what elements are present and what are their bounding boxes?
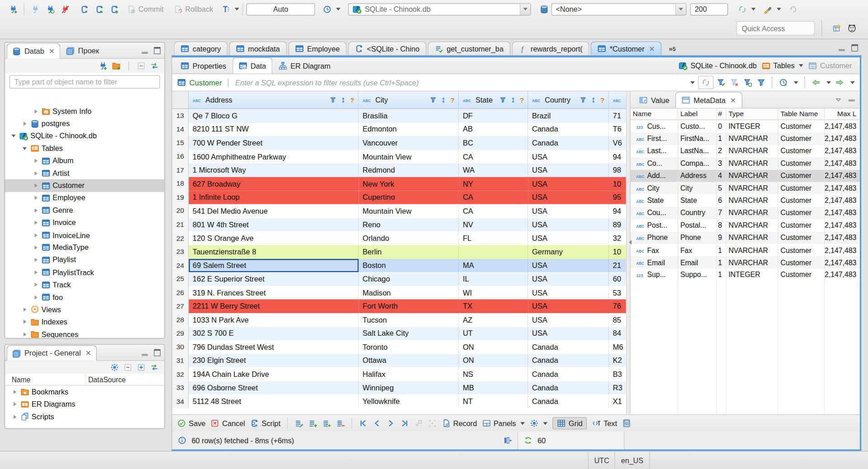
- chevron-right-icon[interactable]: [32, 108, 39, 115]
- metadata-row[interactable]: ABCFirst... FirstNa... 1 NVARCHAR Custom…: [631, 132, 860, 145]
- row-number[interactable]: 24: [172, 258, 189, 272]
- grid-cell[interactable]: ON: [459, 354, 528, 367]
- table-row[interactable]: 191 Infinite LoopCupertinoCAUSA95: [172, 191, 626, 204]
- tab-project-general[interactable]: Project - General ✕: [7, 345, 97, 361]
- grid-cell[interactable]: USA: [528, 231, 609, 245]
- minimize-icon[interactable]: [839, 48, 844, 51]
- save-filter-icon[interactable]: [743, 78, 752, 87]
- grid-cell[interactable]: CA: [459, 204, 528, 218]
- metadata-row[interactable]: ABCAdd... Address 4 NVARCHAR Customer 2,…: [631, 169, 860, 182]
- schema-dropdown[interactable]: [675, 4, 686, 14]
- row-number[interactable]: 34: [172, 395, 189, 408]
- grid-cell[interactable]: Mountain View: [359, 150, 459, 164]
- grid-cell[interactable]: ON: [459, 340, 528, 354]
- grid-cell[interactable]: 71: [609, 109, 626, 122]
- row-number[interactable]: 18: [172, 177, 189, 191]
- timezone-indicator[interactable]: UTC: [588, 451, 615, 469]
- metadata-row[interactable]: ABCFax Fax 1 NVARCHAR Customer 2,147,483: [631, 244, 860, 256]
- row-number[interactable]: 14: [172, 122, 189, 136]
- chevron-right-icon[interactable]: [20, 306, 28, 313]
- row-number[interactable]: 22: [172, 231, 189, 245]
- new-sql-editor-icon[interactable]: [107, 3, 122, 16]
- grid-cell[interactable]: WA: [459, 164, 528, 177]
- format-icon[interactable]: [760, 3, 775, 16]
- tree-item[interactable]: foo: [5, 291, 165, 303]
- grid-cell[interactable]: 541 Del Medio Avenue: [189, 204, 359, 218]
- grid-cell[interactable]: 796 Dundas Street West: [189, 340, 359, 354]
- tab-value[interactable]: Value: [633, 92, 675, 108]
- grid-cell[interactable]: Canada: [528, 122, 609, 136]
- fetch-size-input[interactable]: 200: [690, 3, 728, 15]
- row-number[interactable]: 27: [172, 300, 189, 313]
- collapse-all-icon[interactable]: [137, 61, 146, 70]
- grid-cell[interactable]: USA: [528, 177, 609, 191]
- grid-cell[interactable]: USA: [528, 327, 609, 340]
- grid-cell[interactable]: USA: [528, 191, 609, 204]
- grid-cell[interactable]: CA: [459, 150, 528, 164]
- grid-cell[interactable]: Mountain View: [359, 204, 459, 218]
- grid-cell[interactable]: MA: [459, 258, 528, 272]
- grid-cell[interactable]: Chicago: [359, 272, 459, 286]
- auto-refresh-icon[interactable]: [779, 78, 788, 87]
- chevron-right-icon[interactable]: [32, 294, 39, 301]
- metadata-row[interactable]: ABCCo... Compa... 3 NVARCHAR Customer 2,…: [631, 157, 860, 169]
- transaction-log-dropdown[interactable]: [336, 8, 340, 10]
- breadcrumb-item[interactable]: Tables: [762, 61, 803, 70]
- grid-cell[interactable]: Brasília: [359, 109, 459, 122]
- metadata-row[interactable]: ABCState State 6 NVARCHAR Customer 2,147…: [631, 194, 860, 206]
- grid-cell[interactable]: 1600 Amphitheatre Parkway: [189, 150, 359, 164]
- grid-cell[interactable]: 53: [609, 286, 626, 300]
- grid-cell[interactable]: MB: [459, 381, 528, 395]
- table-row[interactable]: 33696 Osborne StreetWinnipegMBCanadaR3: [172, 381, 626, 395]
- grid-cell[interactable]: 8210 111 ST NW: [189, 122, 359, 136]
- chevron-right-icon[interactable]: [10, 388, 18, 395]
- minimize-icon[interactable]: [849, 99, 854, 101]
- grid-cell[interactable]: 95: [609, 191, 626, 204]
- custom-filter-icon[interactable]: [757, 78, 766, 87]
- grid-cell[interactable]: V6: [609, 136, 626, 150]
- format-dropdown[interactable]: [777, 8, 781, 10]
- grid-cell[interactable]: 801 W 4th Street: [189, 218, 359, 231]
- sort-icon[interactable]: [510, 97, 517, 103]
- tree-item[interactable]: SQLite - Chinook.db: [5, 130, 165, 142]
- grid-cell[interactable]: 5112 48 Street: [189, 395, 359, 408]
- table-row[interactable]: 148210 111 ST NWEdmontonABCanadaT6: [172, 122, 626, 136]
- metadata-column-header[interactable]: Name: [631, 108, 678, 119]
- tree-item[interactable]: PlaylistTrack: [5, 266, 165, 278]
- close-icon[interactable]: ✕: [730, 96, 736, 104]
- metadata-column-header[interactable]: Max L: [825, 108, 859, 119]
- grid-cell[interactable]: Canada: [528, 354, 609, 367]
- tree-item[interactable]: Customer: [5, 179, 165, 192]
- row-number[interactable]: 25: [172, 272, 189, 286]
- new-connection-icon[interactable]: [99, 61, 108, 70]
- grid-cell[interactable]: 120 S Orange Ave: [189, 231, 359, 245]
- sql-editor-icon[interactable]: [77, 3, 92, 16]
- collapse-all-icon[interactable]: [123, 363, 132, 372]
- tree-item[interactable]: i System Info: [5, 105, 165, 117]
- grid-cell[interactable]: Boston: [359, 258, 459, 272]
- close-icon[interactable]: ✕: [49, 47, 55, 55]
- last-row-icon[interactable]: [400, 419, 409, 428]
- row-number[interactable]: 21: [172, 218, 189, 231]
- editor-tab[interactable]: get_customer_ba: [428, 42, 510, 56]
- chevron-right-icon[interactable]: [20, 120, 28, 127]
- grid-cell[interactable]: AB: [459, 122, 528, 136]
- grid-cell[interactable]: Canada: [528, 395, 609, 408]
- chevron-right-icon[interactable]: [32, 219, 39, 226]
- metadata-column-header[interactable]: Table Name: [778, 108, 825, 119]
- grid-cell[interactable]: Germany: [528, 245, 609, 258]
- metadata-row[interactable]: ABCCity City 5 NVARCHAR Customer 2,147,4…: [631, 182, 860, 194]
- forward-dropdown[interactable]: [850, 81, 855, 84]
- chevron-down-icon[interactable]: [9, 132, 17, 140]
- editor-tab[interactable]: category: [174, 42, 227, 56]
- record-button[interactable]: Record: [442, 419, 477, 428]
- filter-icon[interactable]: [500, 96, 507, 103]
- view-menu-icon[interactable]: [835, 96, 842, 103]
- close-icon[interactable]: ✕: [649, 45, 655, 53]
- grid-cell[interactable]: Yellowknife: [359, 395, 459, 408]
- grid-cell[interactable]: 1 Microsoft Way: [189, 164, 359, 177]
- grid-cell[interactable]: USA: [528, 258, 609, 272]
- new-folder-icon[interactable]: [112, 61, 121, 70]
- maximize-icon[interactable]: [154, 349, 160, 356]
- chevron-right-icon[interactable]: [32, 244, 39, 251]
